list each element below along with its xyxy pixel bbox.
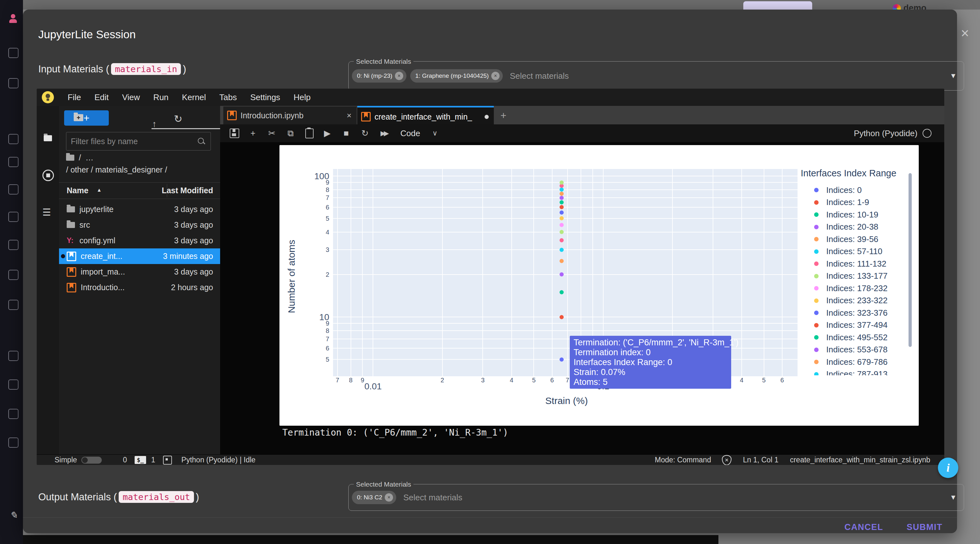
column-last-modified[interactable]: Last Modified (162, 186, 213, 195)
chevron-down-icon[interactable]: ▼ (950, 72, 957, 80)
cpu-icon[interactable] (163, 456, 172, 465)
data-point[interactable] (560, 259, 564, 263)
cut-icon[interactable]: ✂ (267, 128, 277, 138)
legend-item[interactable]: Indices: 787-913 (801, 368, 906, 376)
output-materials-select[interactable]: Selected Materials 0: Ni3 C2× Select mat… (348, 484, 964, 511)
close-tab-icon[interactable]: × (347, 111, 352, 121)
chevron-down-icon[interactable]: ▼ (950, 493, 957, 501)
file-row[interactable]: import_ma...3 days ago (59, 264, 220, 280)
file-row[interactable]: jupyterlite3 days ago (59, 201, 220, 217)
new-folder-icon[interactable]: + (74, 114, 83, 121)
legend-item[interactable]: Indices: 323-376 (801, 307, 906, 319)
save-icon[interactable] (230, 128, 239, 138)
close-icon[interactable]: × (961, 26, 969, 40)
breadcrumb-path[interactable]: / other / materials_designer / (66, 165, 167, 174)
submit-button[interactable]: SUBMIT (907, 522, 943, 532)
file-name[interactable]: import_ma... (81, 267, 125, 276)
material-chip[interactable]: 0: Ni3 C2× (352, 491, 396, 504)
output-select-placeholder[interactable]: Select materials (403, 493, 462, 503)
data-point[interactable] (560, 248, 564, 252)
data-point[interactable] (560, 238, 564, 242)
app-sidebar-icon[interactable] (8, 134, 19, 144)
data-point[interactable] (560, 200, 564, 205)
new-tab-button[interactable]: + (496, 109, 511, 122)
kernel-name[interactable]: Python (Pyodide) (854, 128, 918, 138)
remove-chip-icon[interactable]: × (395, 72, 403, 80)
kernel-status-icon[interactable] (923, 129, 932, 138)
app-sidebar-icon[interactable] (8, 438, 19, 448)
data-point[interactable] (560, 223, 564, 227)
file-name[interactable]: src (80, 220, 90, 230)
tab-create-interface[interactable]: create_interface_with_min_ (357, 106, 494, 126)
data-point[interactable] (560, 181, 564, 185)
legend-item[interactable]: Indices: 39-56 (801, 233, 906, 246)
file-name[interactable]: create_int... (81, 252, 123, 261)
app-sidebar-icon[interactable] (8, 379, 19, 390)
shield-x-icon[interactable]: ✕ (722, 455, 732, 465)
file-name[interactable]: Introductio... (81, 283, 125, 292)
menu-run[interactable]: Run (147, 92, 175, 102)
data-point[interactable] (560, 187, 564, 192)
legend-item[interactable]: Indices: 111-132 (801, 258, 906, 270)
data-point[interactable] (560, 211, 564, 215)
simple-mode-toggle[interactable] (81, 457, 102, 464)
terminal-icon[interactable]: $_ (135, 456, 146, 464)
menu-view[interactable]: View (116, 92, 147, 102)
data-point[interactable] (560, 315, 564, 319)
file-name[interactable]: config.yml (80, 236, 116, 245)
menu-edit[interactable]: Edit (88, 92, 116, 102)
cancel-button[interactable]: CANCEL (845, 522, 883, 532)
new-launcher-button[interactable]: + (64, 110, 109, 125)
file-row[interactable]: Y:config.yml3 days ago (59, 233, 220, 248)
material-chip[interactable]: 1: Graphene (mp-1040425)× (410, 69, 503, 82)
data-point[interactable] (560, 192, 564, 196)
legend-item[interactable]: Indices: 178-232 (801, 282, 906, 295)
app-sidebar-icon[interactable] (8, 351, 19, 361)
breadcrumb-root[interactable]: / (79, 153, 81, 162)
app-sidebar-icon[interactable] (8, 300, 19, 310)
cell-type-dropdown[interactable]: Code (400, 128, 420, 138)
notebook-canvas[interactable]: 1009876543210987657890.01234567890.12345… (220, 142, 944, 454)
restart-kernel-icon[interactable]: ↻ (360, 128, 370, 138)
tab-label[interactable]: create_interface_with_min_ (374, 112, 472, 122)
data-point[interactable] (560, 290, 564, 294)
terminals-count[interactable]: 0 (123, 456, 127, 464)
data-point[interactable] (560, 357, 564, 362)
breadcrumb[interactable]: / … (66, 153, 94, 162)
data-point[interactable] (560, 196, 564, 200)
app-sidebar-icon[interactable] (8, 78, 19, 88)
legend-item[interactable]: Indices: 133-177 (801, 270, 906, 282)
info-button[interactable]: i (938, 458, 958, 478)
legend-item[interactable]: Indices: 377-494 (801, 319, 906, 331)
menu-kernel[interactable]: Kernel (175, 92, 212, 102)
legend-item[interactable]: Indices: 495-552 (801, 331, 906, 344)
filter-files-input[interactable]: Filter files by name (66, 132, 211, 151)
menu-help[interactable]: Help (287, 92, 317, 102)
restart-run-all-icon[interactable]: ▶▶ (379, 130, 389, 137)
legend-item[interactable]: Indices: 553-678 (801, 344, 906, 356)
app-sidebar-icon[interactable] (8, 157, 19, 167)
menu-settings[interactable]: Settings (243, 92, 287, 102)
input-materials-select[interactable]: Selected Materials 0: Ni (mp-23)×1: Grap… (348, 61, 964, 90)
file-list-header[interactable]: Name ▲ Last Modified (59, 182, 220, 199)
legend-item[interactable]: Indices: 679-786 (801, 356, 906, 368)
file-browser-tab-icon[interactable] (43, 135, 52, 141)
column-name[interactable]: Name (67, 186, 88, 195)
sort-caret-icon[interactable]: ▲ (97, 187, 102, 193)
app-sidebar-icon[interactable] (8, 48, 19, 58)
refresh-icon[interactable]: ↻ (174, 113, 183, 125)
legend-item[interactable]: Indices: 20-38 (801, 221, 906, 233)
file-name[interactable]: jupyterlite (80, 205, 114, 214)
app-sidebar-icon[interactable] (8, 212, 19, 222)
stop-icon[interactable]: ■ (341, 128, 351, 138)
file-row[interactable]: src3 days ago (59, 217, 220, 233)
running-kernels-tab-icon[interactable] (43, 170, 54, 181)
kernels-count[interactable]: 1 (151, 456, 155, 464)
copy-icon[interactable]: ⧉ (285, 128, 296, 138)
remove-chip-icon[interactable]: × (491, 72, 500, 80)
mode-indicator[interactable]: Mode: Command (655, 456, 711, 464)
legend-item[interactable]: Indices: 57-110 (801, 246, 906, 258)
tab-label[interactable]: Introduction.ipynb (240, 111, 303, 120)
table-of-contents-tab-icon[interactable]: ☰ (43, 207, 51, 218)
kernel-status-text[interactable]: Python (Pyodide) | Idle (181, 456, 256, 464)
